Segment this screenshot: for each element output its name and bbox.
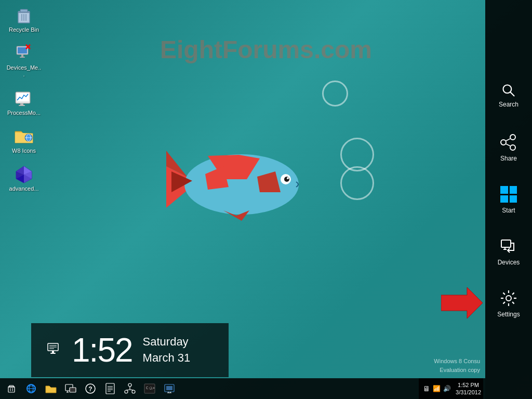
devices-me-label: Devices_Me... (6, 64, 42, 78)
svg-line-68 (126, 390, 130, 390)
recycle-bin-label: Recycle Bin (9, 26, 39, 33)
charm-search-label: Search (499, 101, 518, 108)
devices-me-icon[interactable]: Devices_Me... (4, 41, 44, 80)
svg-text:C:\>: C:\> (146, 386, 155, 390)
taskbar-notepad[interactable] (101, 379, 119, 398)
clock-monitor-icon (47, 341, 61, 359)
devices-me-image (14, 43, 34, 63)
taskbar-rdp[interactable] (160, 379, 179, 398)
svg-rect-20 (20, 57, 25, 58)
taskbar-clock[interactable]: 1:52 PM 3/31/2012 (456, 381, 481, 396)
svg-marker-7 (171, 171, 192, 192)
recycle-bin-icon[interactable]: Recycle Bin (4, 3, 44, 35)
svg-rect-43 (8, 387, 15, 392)
charm-settings[interactable]: Settings (485, 277, 532, 329)
w8-icons-image (14, 126, 34, 147)
svg-point-65 (125, 390, 128, 393)
svg-point-64 (128, 383, 131, 387)
svg-line-93 (503, 292, 505, 295)
svg-rect-12 (20, 9, 28, 12)
charm-settings-label: Settings (497, 311, 520, 318)
taskbar: ? C:\> (0, 378, 483, 399)
charm-search[interactable]: Search (485, 70, 532, 122)
svg-marker-6 (257, 171, 281, 192)
svg-point-2 (184, 154, 299, 215)
taskbar-network[interactable] (121, 379, 139, 398)
svg-marker-0 (166, 166, 197, 208)
clock-overlay: 1:52 Saturday March 31 (31, 323, 229, 377)
tray-wifi-icon[interactable]: 📶 (433, 385, 441, 392)
tray-network-icon[interactable]: 🖥 (423, 384, 430, 393)
tray-speaker-icon[interactable]: 🔊 (443, 385, 451, 392)
svg-marker-4 (223, 210, 249, 221)
svg-point-10 (287, 177, 289, 179)
svg-rect-54 (70, 388, 76, 392)
svg-point-9 (284, 177, 289, 182)
svg-rect-39 (50, 353, 56, 354)
windows-watermark: Windows 8 Consu Evaluation copy (434, 357, 480, 374)
process-monitor-label: ProcessMo... (7, 110, 41, 116)
svg-rect-85 (501, 240, 511, 247)
fish-illustration (156, 125, 322, 239)
w8-icons-icon[interactable]: W8 Icons (4, 124, 44, 156)
svg-point-66 (132, 390, 135, 393)
advanced-label: advanced... (9, 185, 39, 192)
svg-rect-59 (106, 383, 114, 394)
svg-rect-18 (18, 47, 27, 54)
svg-marker-1 (166, 151, 187, 177)
svg-rect-74 (166, 386, 172, 390)
charm-share[interactable]: Share (485, 122, 532, 174)
advanced-image (14, 164, 34, 184)
svg-rect-38 (52, 351, 54, 353)
svg-marker-3 (208, 155, 260, 179)
taskbar-recycle[interactable] (2, 379, 21, 398)
svg-point-80 (510, 135, 515, 140)
svg-rect-26 (19, 105, 25, 106)
svg-text:?: ? (88, 385, 92, 393)
process-monitor-image (14, 88, 34, 109)
charm-start-label: Start (502, 207, 515, 214)
svg-line-84 (506, 144, 510, 146)
taskbar-ie[interactable] (22, 379, 41, 398)
start-icon (499, 185, 518, 204)
charm-share-label: Share (500, 155, 517, 162)
search-icon (501, 83, 516, 98)
deco-circle-3 (340, 166, 374, 200)
svg-line-69 (130, 390, 134, 390)
advanced-icon[interactable]: advanced... (4, 162, 44, 194)
svg-point-81 (510, 145, 515, 150)
desktop-icon-area: Recycle Bin Devices_Me... (4, 0, 44, 194)
w8-icons-label: W8 Icons (12, 148, 36, 154)
charm-devices[interactable]: Devices (485, 225, 532, 277)
svg-line-83 (506, 139, 510, 141)
clock-date: Saturday March 31 (143, 334, 191, 366)
charm-start[interactable]: Start (485, 174, 532, 225)
taskbar-cmd[interactable]: C:\> (140, 379, 159, 398)
deco-circle-2 (340, 138, 374, 171)
taskbar-remote[interactable] (61, 379, 80, 398)
system-tray: 🖥 📶 🔊 1:52 PM 3/31/2012 (419, 378, 485, 399)
recycle-bin-image (14, 5, 34, 25)
watermark-text: EightForums.com (160, 35, 372, 64)
devices-icon (499, 237, 518, 256)
svg-line-95 (512, 292, 514, 295)
taskbar-help[interactable]: ? (81, 379, 100, 398)
svg-rect-25 (20, 103, 23, 105)
process-monitor-icon[interactable]: ProcessMo... (4, 86, 44, 118)
svg-line-94 (512, 302, 514, 304)
clock-time: 1:52 (72, 334, 132, 367)
desktop: EightForums.com (0, 0, 532, 399)
share-icon (499, 133, 518, 152)
settings-icon (499, 289, 518, 308)
svg-point-8 (281, 174, 291, 184)
svg-rect-19 (21, 55, 23, 57)
svg-marker-5 (205, 166, 229, 190)
svg-point-82 (501, 140, 506, 145)
taskbar-explorer[interactable] (42, 379, 60, 398)
charm-devices-label: Devices (498, 259, 520, 266)
charms-bar: Search Share Start (485, 0, 532, 399)
svg-line-96 (503, 302, 505, 304)
deco-circle-1 (322, 81, 348, 107)
svg-point-88 (506, 296, 511, 301)
svg-line-79 (511, 92, 514, 96)
